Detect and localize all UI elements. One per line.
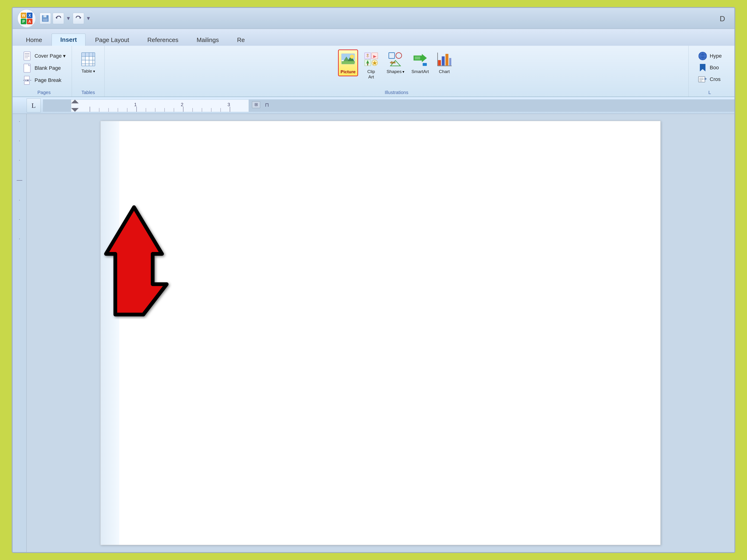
table-button-label: Table [81,69,92,74]
vertical-ruler: · · · — · · · [12,114,27,552]
undo-dropdown[interactable]: ▼ [66,16,71,22]
illustrations-group-label: Illustrations [385,90,408,97]
ruler-bar: L 1 [12,97,735,114]
shapes-button[interactable]: Shapes ▾ [384,50,407,76]
tables-group-label: Tables [81,90,95,97]
document-page-container [27,114,735,552]
cross-ref-icon [697,74,708,84]
ribbon-group-pages: Cover Page ▾ Blank Page [16,46,72,97]
cover-page-icon [22,51,33,61]
svg-text:1: 1 [134,102,136,107]
svg-text:W: W [22,14,25,18]
ribbon-group-illustrations: Picture [105,46,689,97]
clip-art-button[interactable]: Clip Art [360,50,382,81]
svg-rect-36 [85,53,89,56]
ribbon-tab-bar: Home Insert Page Layout References Maili… [12,29,735,46]
svg-rect-55 [367,63,368,65]
chart-button[interactable]: Chart [434,50,455,76]
svg-text:2: 2 [181,102,183,107]
pages-group-label: Pages [37,90,51,97]
tab-review[interactable]: Re [229,34,254,46]
ruler-dash-7: · [19,236,20,241]
svg-rect-45 [341,61,354,64]
tab-references[interactable]: References [139,34,187,46]
svg-rect-23 [24,76,29,80]
ruler-dash-3: · [19,157,20,163]
hyperlink-icon [697,51,708,61]
picture-button-label: Picture [341,69,356,75]
tab-insert[interactable]: Insert [52,34,85,46]
tab-home[interactable]: Home [17,34,51,46]
page-break-icon [22,75,33,85]
pages-items-list: Cover Page ▾ Blank Page [21,50,67,86]
svg-rect-11 [44,16,46,17]
ruler-content: 1 2 3 ⊞ ⊓ [43,99,735,111]
office-logo-button[interactable]: W X P A [17,9,36,28]
blank-page-label: Blank Page [34,65,61,71]
undo-button[interactable] [53,13,64,24]
ruler-dash-1: · [19,118,20,124]
quick-access-toolbar: ▼ ▼ [40,13,91,24]
svg-rect-10 [43,19,48,21]
hyperlink-button[interactable]: Hype [697,50,722,61]
svg-point-44 [350,55,354,59]
links-group-items: Hype Boo [697,48,722,90]
title-bar: W X P A ▼ [12,8,735,29]
title-text: D [720,15,725,23]
tab-selector-symbol: L [31,102,36,109]
smartart-button[interactable]: SmartArt [409,50,431,76]
document-page[interactable] [100,121,661,545]
shapes-button-label: Shapes [387,69,402,75]
redo-button[interactable] [73,13,84,24]
tab-mailings[interactable]: Mailings [188,34,227,46]
svg-rect-38 [93,53,95,56]
ribbon-group-tables: Table ▾ Tables [72,46,105,97]
cover-page-label: Cover Page ▾ [34,53,66,59]
blank-page-icon [22,63,33,73]
pages-group-items: Cover Page ▾ Blank Page [21,48,67,90]
page-left-shadow [101,121,119,545]
svg-text:⊓: ⊓ [265,102,269,108]
blank-page-button[interactable]: Blank Page [21,62,67,74]
cross-ref-label: Cros [710,76,720,82]
tab-page-layout[interactable]: Page Layout [86,34,138,46]
chart-button-label: Chart [439,69,449,75]
svg-rect-65 [438,60,441,65]
save-button[interactable] [40,13,51,24]
svg-rect-47 [371,53,378,59]
hyperlink-label: Hype [710,53,722,59]
bookmark-label: Boo [710,64,719,71]
svg-point-50 [367,54,369,56]
table-icon [80,51,97,68]
picture-button[interactable]: Picture [338,50,358,76]
picture-icon [340,51,357,68]
svg-marker-78 [704,77,707,80]
svg-text:X: X [28,14,31,18]
table-button[interactable]: Table ▾ [77,50,99,75]
tables-group-items: Table ▾ [77,48,99,90]
tab-selector-button[interactable]: L [27,99,41,112]
svg-rect-64 [423,63,427,66]
svg-text:P: P [22,20,25,24]
svg-text:⊞: ⊞ [254,102,258,107]
svg-rect-66 [442,56,445,65]
bookmark-button[interactable]: Boo [697,62,722,73]
svg-rect-67 [446,54,448,65]
ruler-dash-6: · [19,216,20,222]
bookmark-icon [697,62,708,73]
svg-rect-14 [24,52,30,60]
cover-page-button[interactable]: Cover Page ▾ [21,50,67,61]
ribbon-group-links: Hype Boo [689,46,731,97]
svg-rect-39 [82,56,85,60]
page-break-label: Page Break [34,77,61,83]
ruler-dash-4: — [17,177,22,183]
illustrations-group-items: Picture [338,48,455,90]
cross-ref-button[interactable]: Cros [697,74,722,85]
customize-qat[interactable]: ▼ [86,16,91,22]
smartart-icon [412,51,429,68]
smartart-button-label: SmartArt [411,69,429,75]
links-group-label: L [708,90,711,97]
svg-text:3: 3 [227,102,230,107]
links-items-list: Hype Boo [697,50,722,85]
page-break-button[interactable]: Page Break [21,75,67,86]
